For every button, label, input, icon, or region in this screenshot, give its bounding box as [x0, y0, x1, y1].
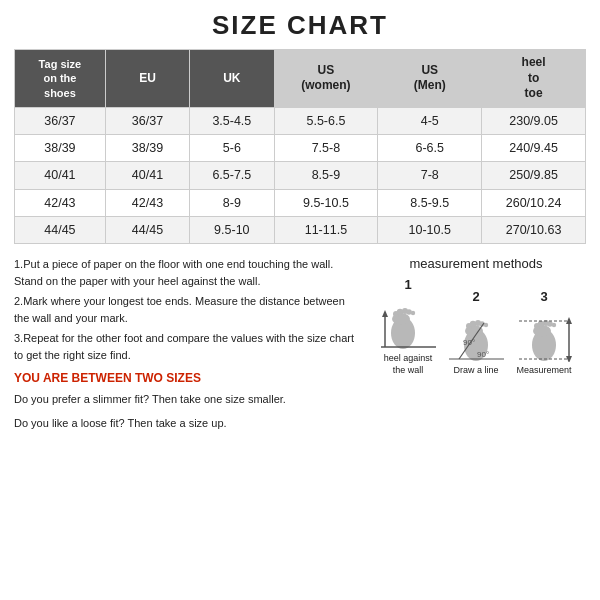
table-cell: 240/9.45: [482, 135, 586, 162]
foot-illustration: [381, 295, 436, 350]
table-cell: 44/45: [15, 216, 106, 243]
col-header-us-women: US(women): [274, 50, 378, 108]
between-sizes-label: YOU ARE BETWEEN TWO SIZES: [14, 369, 356, 387]
svg-text:90°: 90°: [463, 338, 475, 347]
fit-tips: Do you prefer a slimmer fit? Then take o…: [14, 391, 356, 432]
measurement-item: 1 heel against the wall: [377, 277, 439, 376]
table-cell: 260/10.24: [482, 189, 586, 216]
table-cell: 6-6.5: [378, 135, 482, 162]
svg-point-27: [551, 323, 555, 327]
table-cell: 36/37: [105, 107, 189, 134]
table-cell: 250/9.85: [482, 162, 586, 189]
instructions-section: 1.Put a piece of paper on the floor with…: [14, 256, 356, 438]
table-cell: 42/43: [15, 189, 106, 216]
measurement-title: measurement methods: [410, 256, 543, 271]
svg-point-5: [406, 309, 412, 315]
instruction-item: 3.Repeat for the other foot and compare …: [14, 330, 356, 363]
col-header-eu: EU: [105, 50, 189, 108]
size-chart-table: Tag sizeon theshoes EU UK US(women) US(M…: [14, 49, 586, 244]
measurement-item: 3 Measurement: [513, 289, 575, 377]
table-cell: 8.5-9.5: [378, 189, 482, 216]
fit-tip: Do you prefer a slimmer fit? Then take o…: [14, 391, 356, 409]
table-cell: 11-11.5: [274, 216, 378, 243]
table-cell: 42/43: [105, 189, 189, 216]
svg-point-6: [410, 311, 414, 315]
col-header-heel-toe: heeltotoe: [482, 50, 586, 108]
fit-tip: Do you like a loose fit? Then take a siz…: [14, 415, 356, 433]
table-cell: 270/10.63: [482, 216, 586, 243]
table-cell: 10-10.5: [378, 216, 482, 243]
col-header-uk: UK: [190, 50, 274, 108]
col-header-us-men: US(Men): [378, 50, 482, 108]
table-cell: 8-9: [190, 189, 274, 216]
table-cell: 44/45: [105, 216, 189, 243]
measurement-label: Draw a line: [453, 365, 498, 377]
foot-illustration: 90° 90°: [449, 307, 504, 362]
measurement-number: 2: [472, 289, 479, 304]
measurement-number: 3: [540, 289, 547, 304]
bottom-section: 1.Put a piece of paper on the floor with…: [14, 256, 586, 438]
table-cell: 230/9.05: [482, 107, 586, 134]
instruction-item: 1.Put a piece of paper on the floor with…: [14, 256, 356, 289]
table-cell: 40/41: [105, 162, 189, 189]
page-title: SIZE CHART: [14, 10, 586, 41]
table-row: 36/3736/373.5-4.55.5-6.54-5230/9.05: [15, 107, 586, 134]
table-cell: 7.5-8: [274, 135, 378, 162]
table-cell: 3.5-4.5: [190, 107, 274, 134]
table-cell: 40/41: [15, 162, 106, 189]
col-header-tag: Tag sizeon theshoes: [15, 50, 106, 108]
table-cell: 5.5-6.5: [274, 107, 378, 134]
table-cell: 7-8: [378, 162, 482, 189]
table-cell: 5-6: [190, 135, 274, 162]
table-cell: 4-5: [378, 107, 482, 134]
table-cell: 9.5-10.5: [274, 189, 378, 216]
svg-point-26: [547, 321, 553, 327]
svg-marker-9: [382, 310, 388, 317]
instruction-item: 2.Mark where your longest toe ends. Meas…: [14, 293, 356, 326]
foot-illustration: [517, 307, 572, 362]
table-row: 42/4342/438-99.5-10.58.5-9.5260/10.24: [15, 189, 586, 216]
measurement-images: 1 heel against the wall2 90° 90° Draw a …: [377, 277, 575, 376]
measurement-number: 1: [404, 277, 411, 292]
svg-point-16: [483, 323, 487, 327]
measurement-item: 2 90° 90° Draw a line: [445, 289, 507, 377]
table-row: 40/4140/416.5-7.58.5-97-8250/9.85: [15, 162, 586, 189]
table-cell: 38/39: [105, 135, 189, 162]
table-row: 38/3938/395-67.5-86-6.5240/9.45: [15, 135, 586, 162]
table-cell: 6.5-7.5: [190, 162, 274, 189]
measurement-label: heel against the wall: [377, 353, 439, 376]
table-cell: 8.5-9: [274, 162, 378, 189]
table-cell: 38/39: [15, 135, 106, 162]
table-cell: 36/37: [15, 107, 106, 134]
measurement-label: Measurement: [516, 365, 571, 377]
measurement-section: measurement methods 1 heel against the w…: [366, 256, 586, 438]
svg-text:90°: 90°: [477, 350, 489, 359]
table-cell: 9.5-10: [190, 216, 274, 243]
table-row: 44/4544/459.5-1011-11.510-10.5270/10.63: [15, 216, 586, 243]
